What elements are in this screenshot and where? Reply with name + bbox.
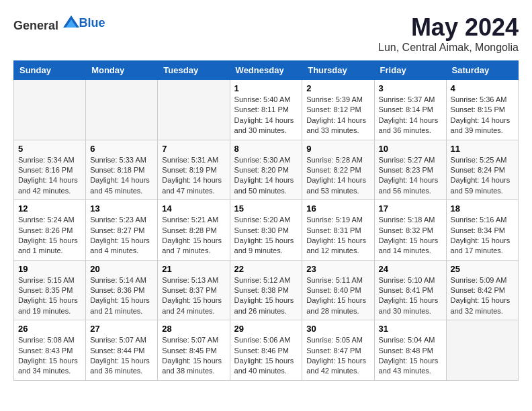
calendar-cell: 3Sunrise: 5:37 AM Sunset: 8:14 PM Daylig… (374, 80, 446, 140)
calendar-week-row: 19Sunrise: 5:15 AM Sunset: 8:35 PM Dayli… (14, 260, 519, 320)
day-info: Sunrise: 5:28 AM Sunset: 8:22 PM Dayligh… (306, 155, 369, 197)
calendar-cell: 6Sunrise: 5:33 AM Sunset: 8:18 PM Daylig… (86, 140, 158, 200)
calendar-cell: 31Sunrise: 5:04 AM Sunset: 8:48 PM Dayli… (374, 320, 446, 381)
day-number: 14 (162, 203, 225, 214)
day-info: Sunrise: 5:07 AM Sunset: 8:45 PM Dayligh… (162, 335, 225, 377)
day-info: Sunrise: 5:23 AM Sunset: 8:27 PM Dayligh… (90, 215, 153, 257)
calendar-cell: 10Sunrise: 5:27 AM Sunset: 8:23 PM Dayli… (374, 140, 446, 200)
calendar-cell: 4Sunrise: 5:36 AM Sunset: 8:15 PM Daylig… (446, 80, 518, 140)
day-number: 19 (18, 264, 81, 274)
day-number: 29 (234, 324, 298, 334)
calendar-cell: 28Sunrise: 5:07 AM Sunset: 8:45 PM Dayli… (158, 320, 230, 381)
day-info: Sunrise: 5:16 AM Sunset: 8:34 PM Dayligh… (451, 215, 514, 257)
day-number: 2 (306, 83, 369, 93)
day-info: Sunrise: 5:19 AM Sunset: 8:31 PM Dayligh… (306, 215, 369, 257)
day-info: Sunrise: 5:25 AM Sunset: 8:24 PM Dayligh… (451, 155, 514, 197)
day-info: Sunrise: 5:18 AM Sunset: 8:32 PM Dayligh… (379, 215, 442, 257)
day-info: Sunrise: 5:21 AM Sunset: 8:28 PM Dayligh… (162, 215, 225, 257)
day-info: Sunrise: 5:36 AM Sunset: 8:15 PM Dayligh… (451, 95, 514, 136)
day-number: 13 (90, 203, 153, 214)
calendar-cell: 13Sunrise: 5:23 AM Sunset: 8:27 PM Dayli… (86, 200, 158, 261)
logo-blue-text: Blue (79, 16, 105, 30)
calendar-cell: 22Sunrise: 5:12 AM Sunset: 8:38 PM Dayli… (230, 260, 302, 320)
day-number: 17 (379, 203, 442, 214)
day-number: 18 (451, 203, 514, 214)
calendar-cell (446, 320, 518, 381)
calendar-cell: 19Sunrise: 5:15 AM Sunset: 8:35 PM Dayli… (14, 260, 86, 320)
calendar-week-row: 26Sunrise: 5:08 AM Sunset: 8:43 PM Dayli… (14, 320, 519, 381)
day-number: 25 (451, 264, 514, 274)
day-number: 8 (234, 144, 298, 154)
day-info: Sunrise: 5:39 AM Sunset: 8:12 PM Dayligh… (306, 95, 369, 136)
day-info: Sunrise: 5:20 AM Sunset: 8:30 PM Dayligh… (234, 215, 298, 257)
day-number: 20 (90, 264, 153, 274)
day-info: Sunrise: 5:40 AM Sunset: 8:11 PM Dayligh… (234, 95, 298, 136)
day-number: 23 (306, 264, 369, 274)
calendar-cell: 29Sunrise: 5:06 AM Sunset: 8:46 PM Dayli… (230, 320, 302, 381)
page-header: General Blue May 2024 Lun, Central Aimak… (13, 13, 519, 54)
day-number: 5 (18, 144, 81, 154)
day-number: 30 (306, 324, 369, 334)
weekday-header: Friday (374, 61, 446, 80)
calendar-cell: 21Sunrise: 5:13 AM Sunset: 8:37 PM Dayli… (158, 260, 230, 320)
day-number: 24 (379, 264, 442, 274)
calendar-cell: 12Sunrise: 5:24 AM Sunset: 8:26 PM Dayli… (14, 200, 86, 261)
day-info: Sunrise: 5:24 AM Sunset: 8:26 PM Dayligh… (18, 215, 81, 257)
calendar-header-row: SundayMondayTuesdayWednesdayThursdayFrid… (14, 61, 519, 80)
day-info: Sunrise: 5:08 AM Sunset: 8:43 PM Dayligh… (18, 335, 81, 377)
calendar-cell: 15Sunrise: 5:20 AM Sunset: 8:30 PM Dayli… (230, 200, 302, 261)
day-info: Sunrise: 5:14 AM Sunset: 8:36 PM Dayligh… (90, 275, 153, 317)
day-info: Sunrise: 5:31 AM Sunset: 8:19 PM Dayligh… (162, 155, 225, 197)
logo: General Blue (13, 13, 105, 33)
day-number: 27 (90, 324, 153, 334)
day-number: 3 (379, 83, 442, 93)
day-number: 15 (234, 203, 298, 214)
day-number: 6 (90, 144, 153, 154)
day-number: 16 (306, 203, 369, 214)
calendar-cell: 8Sunrise: 5:30 AM Sunset: 8:20 PM Daylig… (230, 140, 302, 200)
day-info: Sunrise: 5:10 AM Sunset: 8:41 PM Dayligh… (379, 275, 442, 317)
weekday-header: Tuesday (158, 61, 230, 80)
day-number: 22 (234, 264, 298, 274)
day-info: Sunrise: 5:15 AM Sunset: 8:35 PM Dayligh… (18, 275, 81, 317)
calendar-cell: 27Sunrise: 5:07 AM Sunset: 8:44 PM Dayli… (86, 320, 158, 381)
day-number: 9 (306, 144, 369, 154)
day-info: Sunrise: 5:33 AM Sunset: 8:18 PM Dayligh… (90, 155, 153, 197)
day-info: Sunrise: 5:07 AM Sunset: 8:44 PM Dayligh… (90, 335, 153, 377)
calendar-cell: 17Sunrise: 5:18 AM Sunset: 8:32 PM Dayli… (374, 200, 446, 261)
day-info: Sunrise: 5:30 AM Sunset: 8:20 PM Dayligh… (234, 155, 298, 197)
calendar-cell: 2Sunrise: 5:39 AM Sunset: 8:12 PM Daylig… (302, 80, 374, 140)
calendar-cell: 24Sunrise: 5:10 AM Sunset: 8:41 PM Dayli… (374, 260, 446, 320)
title-area: May 2024 Lun, Central Aimak, Mongolia (378, 13, 519, 54)
day-info: Sunrise: 5:27 AM Sunset: 8:23 PM Dayligh… (379, 155, 442, 197)
calendar-week-row: 12Sunrise: 5:24 AM Sunset: 8:26 PM Dayli… (14, 200, 519, 261)
day-info: Sunrise: 5:04 AM Sunset: 8:48 PM Dayligh… (379, 335, 442, 377)
logo-general-text: General (13, 19, 58, 32)
day-number: 26 (18, 324, 81, 334)
weekday-header: Monday (86, 61, 158, 80)
calendar-cell: 20Sunrise: 5:14 AM Sunset: 8:36 PM Dayli… (86, 260, 158, 320)
calendar-week-row: 5Sunrise: 5:34 AM Sunset: 8:16 PM Daylig… (14, 140, 519, 200)
day-info: Sunrise: 5:12 AM Sunset: 8:38 PM Dayligh… (234, 275, 298, 317)
day-info: Sunrise: 5:13 AM Sunset: 8:37 PM Dayligh… (162, 275, 225, 317)
day-number: 10 (379, 144, 442, 154)
calendar-cell (14, 80, 86, 140)
day-number: 11 (451, 144, 514, 154)
calendar-cell (86, 80, 158, 140)
day-info: Sunrise: 5:09 AM Sunset: 8:42 PM Dayligh… (451, 275, 514, 317)
logo-icon (63, 13, 79, 30)
month-year-title: May 2024 (378, 13, 519, 42)
day-number: 1 (234, 83, 298, 93)
calendar-cell: 16Sunrise: 5:19 AM Sunset: 8:31 PM Dayli… (302, 200, 374, 261)
day-number: 31 (379, 324, 442, 334)
calendar-cell: 11Sunrise: 5:25 AM Sunset: 8:24 PM Dayli… (446, 140, 518, 200)
day-number: 12 (18, 203, 81, 214)
calendar-cell: 18Sunrise: 5:16 AM Sunset: 8:34 PM Dayli… (446, 200, 518, 261)
calendar-cell: 1Sunrise: 5:40 AM Sunset: 8:11 PM Daylig… (230, 80, 302, 140)
calendar-cell: 5Sunrise: 5:34 AM Sunset: 8:16 PM Daylig… (14, 140, 86, 200)
location-subtitle: Lun, Central Aimak, Mongolia (378, 42, 519, 54)
day-info: Sunrise: 5:06 AM Sunset: 8:46 PM Dayligh… (234, 335, 298, 377)
weekday-header: Thursday (302, 61, 374, 80)
calendar-week-row: 1Sunrise: 5:40 AM Sunset: 8:11 PM Daylig… (14, 80, 519, 140)
calendar-cell: 25Sunrise: 5:09 AM Sunset: 8:42 PM Dayli… (446, 260, 518, 320)
